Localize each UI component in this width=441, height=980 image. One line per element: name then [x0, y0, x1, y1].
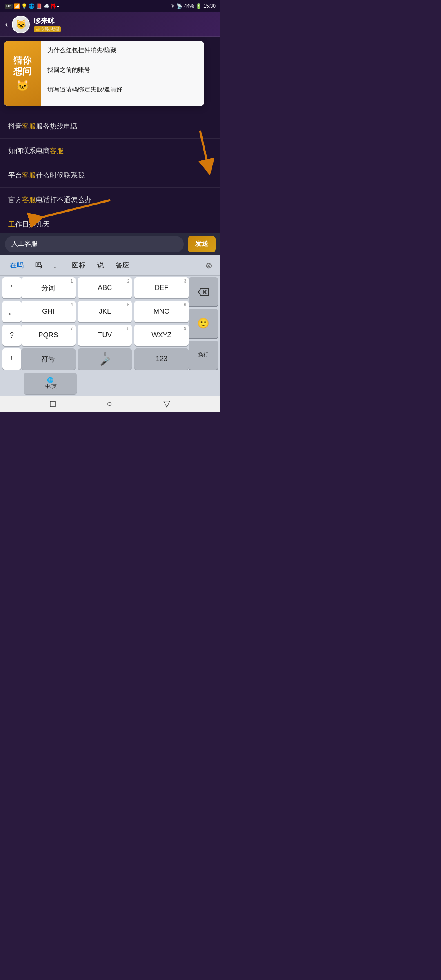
keyboard-rows: ' 。 ? ! 1 分词 2 ABC 3 DEF [0, 276, 220, 371]
book-icon: 📕 [36, 3, 42, 9]
svg-marker-4 [198, 288, 208, 296]
delete-icon [198, 287, 209, 296]
key-9-label: WXYZ [151, 331, 172, 339]
key-period[interactable]: 。 [2, 301, 21, 322]
header-info: 哆来咪 👑 专属小助理 [34, 16, 61, 32]
status-left: HD 📶 💡 🌐 📕 ☁️ 抖 ··· [5, 3, 60, 10]
hd-badge: HD [5, 4, 13, 9]
key-7-pqrs[interactable]: 7 PQRS [21, 325, 76, 346]
brightness-icon: 💡 [21, 3, 27, 9]
list-item-1-text: 如何联系电商客服 [8, 147, 64, 155]
suggestion-card: 猜你想问 🐱 为什么红包挂件消失/隐藏 找回之前的账号 填写邀请码绑定失败/邀请… [4, 41, 204, 106]
key-symbol[interactable]: 符号 [21, 348, 76, 370]
suggestion-left-panel: 猜你想问 🐱 [4, 41, 41, 106]
key-space[interactable]: 0 🎤 [78, 348, 132, 370]
sub-label: 专属小助理 [41, 27, 59, 32]
key-3-def[interactable]: 3 DEF [134, 277, 189, 298]
keyboard-suggestions: 在吗 吗 。 图标 说 答应 ⊗ [0, 255, 220, 276]
chat-area: 猜你想问 🐱 为什么红包挂件消失/隐藏 找回之前的账号 填写邀请码绑定失败/邀请… [0, 37, 220, 233]
keyboard-row-1: 1 分词 2 ABC 3 DEF [21, 277, 189, 298]
time-display: 15:30 [203, 3, 216, 9]
key-5-jkl[interactable]: 5 JKL [78, 301, 132, 322]
avatar-image: 🐱 [13, 16, 29, 33]
message-input[interactable] [5, 236, 184, 252]
key-lang[interactable]: 🌐 中/英 [24, 373, 77, 394]
key-question[interactable]: ? [2, 325, 21, 346]
header: ‹ 🐱 哆来咪 👑 专属小助理 [0, 12, 220, 37]
keyboard-lang-row: 🌐 中/英 [0, 371, 220, 396]
key-8-tuv[interactable]: 8 TUV [78, 325, 132, 346]
key-1-fenci[interactable]: 1 分词 [21, 277, 76, 298]
header-subtitle: 👑 专属小助理 [34, 26, 61, 32]
key-123-label: 123 [156, 355, 167, 363]
list-item-2-text: 平台客服什么时候联系我 [8, 172, 85, 179]
list-item-3-text: 官方客服电话打不通怎么办 [8, 196, 91, 204]
emoji-icon: 🙂 [197, 318, 209, 329]
app-name: 哆来咪 [34, 16, 61, 26]
kbd-suggest-3[interactable]: 图标 [66, 258, 91, 272]
key-exclaim[interactable]: ! [2, 348, 21, 370]
key-1-label: 分词 [41, 283, 55, 293]
list-item-1[interactable]: 如何联系电商客服 [0, 139, 220, 163]
keyboard: ' 。 ? ! 1 分词 2 ABC 3 DEF [0, 276, 220, 396]
status-right: ✳ 📡 44% 🔋 15:30 [171, 3, 216, 9]
key-lang-label: 中/英 [45, 383, 56, 390]
kbd-suggest-4[interactable]: 说 [91, 258, 110, 272]
key-8-label: TUV [98, 331, 112, 339]
keyboard-center: 1 分词 2 ABC 3 DEF 4 GHI 5 [21, 276, 189, 371]
key-emoji[interactable]: 🙂 [189, 309, 218, 338]
key-8-number: 8 [127, 326, 130, 331]
bluetooth-icon: ✳ [171, 3, 175, 9]
kbd-suggest-0[interactable]: 在吗 [4, 258, 29, 272]
key-delete[interactable] [189, 277, 218, 306]
status-bar: HD 📶 💡 🌐 📕 ☁️ 抖 ··· ✳ 📡 44% 🔋 15:30 [0, 0, 220, 12]
bottom-nav-bar: □ ○ ▽ [0, 396, 220, 412]
app-icon: 抖 [51, 3, 56, 10]
key-3-number: 3 [184, 279, 186, 283]
key-5-label: JKL [99, 307, 111, 316]
suggestion-mascot: 🐱 [16, 79, 29, 92]
key-mic-icon: 🎤 [100, 356, 110, 366]
key-7-number: 7 [71, 326, 73, 331]
list-item-4[interactable]: 工作日是几天 [0, 212, 220, 233]
suggestion-item-2[interactable]: 填写邀请码绑定失败/邀请好... [41, 80, 204, 99]
suggestion-item-1[interactable]: 找回之前的账号 [41, 60, 204, 80]
list-item-3[interactable]: 官方客服电话打不通怎么办 [0, 188, 220, 212]
list-item-0-text: 抖音客服服务热线电话 [8, 122, 78, 130]
nav-triangle-button[interactable]: ▽ [163, 399, 170, 409]
crown-badge: 👑 专属小助理 [34, 26, 61, 32]
more-icon: ··· [57, 4, 60, 9]
nav-square-button[interactable]: □ [50, 399, 56, 409]
kbd-suggest-2[interactable]: 。 [48, 258, 66, 272]
list-item-2[interactable]: 平台客服什么时候联系我 [0, 163, 220, 188]
nav-circle-button[interactable]: ○ [107, 399, 112, 409]
kbd-suggest-1[interactable]: 吗 [29, 258, 48, 272]
cloud-icon: ☁️ [43, 3, 49, 9]
suggestion-item-0[interactable]: 为什么红包挂件消失/隐藏 [41, 41, 204, 60]
back-button[interactable]: ‹ [5, 19, 8, 30]
key-9-wxyz[interactable]: 9 WXYZ [134, 325, 189, 346]
keyboard-row-2: 4 GHI 5 JKL 6 MNO [21, 301, 189, 322]
battery-icon: 🔋 [196, 3, 202, 9]
key-2-label: ABC [98, 284, 112, 292]
keyboard-right-col: 🙂 换行 [189, 276, 220, 371]
suggestion-title: 猜你想问 [13, 55, 31, 77]
list-item-4-text: 工作日是几天 [8, 220, 50, 228]
suggestion-items-list: 为什么红包挂件消失/隐藏 找回之前的账号 填写邀请码绑定失败/邀请好... [41, 41, 204, 106]
key-symbol-label: 符号 [41, 354, 55, 364]
key-4-number: 4 [71, 303, 73, 307]
key-space-num: 0 [104, 352, 106, 356]
keyboard-left-col: ' 。 ? ! [0, 276, 21, 371]
key-2-abc[interactable]: 2 ABC [78, 277, 132, 298]
list-item-0[interactable]: 抖音客服服务热线电话 [0, 114, 220, 139]
key-4-ghi[interactable]: 4 GHI [21, 301, 76, 322]
key-123[interactable]: 123 [134, 348, 189, 370]
send-button[interactable]: 发送 [188, 236, 216, 252]
kbd-close-button[interactable]: ⊗ [201, 258, 216, 273]
key-newline[interactable]: 换行 [189, 341, 218, 370]
key-6-mno[interactable]: 6 MNO [134, 301, 189, 322]
kbd-suggest-5[interactable]: 答应 [110, 258, 135, 272]
input-area: 发送 [0, 233, 220, 255]
key-3-label: DEF [155, 284, 169, 292]
key-comma[interactable]: ' [2, 277, 21, 298]
